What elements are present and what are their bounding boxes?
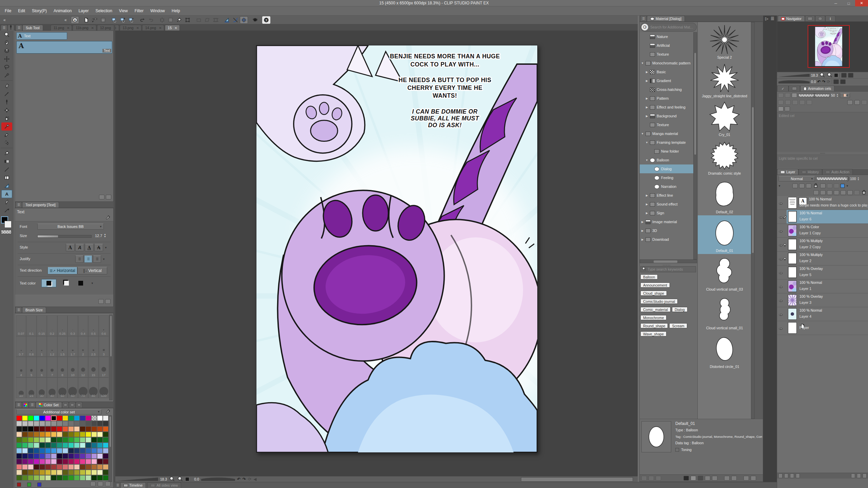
color-swatch[interactable] — [22, 415, 28, 421]
tab-information[interactable]: i — [825, 16, 835, 21]
close-tab-icon[interactable]: ✕ — [159, 26, 161, 30]
toggle-edited-cel-icon[interactable] — [778, 106, 784, 111]
tree-expander-icon[interactable]: ▶ — [645, 106, 648, 109]
layer-panel-opt2-icon[interactable] — [784, 473, 788, 478]
brush-size-2.5[interactable]: 2.5 — [88, 336, 98, 357]
color-swatch[interactable] — [80, 453, 85, 459]
brush-size-100[interactable]: 100 — [99, 377, 109, 398]
tool-fill[interactable] — [1, 149, 12, 157]
tag-announcement[interactable]: Announcement — [640, 282, 670, 288]
color-swatch[interactable] — [103, 421, 109, 426]
delete-layer-icon[interactable] — [861, 189, 867, 196]
background-color-swatch[interactable] — [4, 221, 12, 228]
tag-dialog[interactable]: Dialog — [672, 307, 688, 312]
brush-size-1[interactable]: 1 — [37, 336, 47, 357]
tool-eyedropper[interactable] — [1, 90, 12, 98]
color-swatch[interactable] — [103, 464, 109, 470]
color-swatch[interactable] — [97, 437, 103, 443]
color-swatch[interactable] — [103, 453, 109, 459]
layer-panel-opt6-icon[interactable] — [857, 473, 861, 478]
color-swatch[interactable] — [57, 475, 62, 481]
tab-sub-view[interactable] — [805, 16, 815, 21]
color-swatch[interactable] — [34, 453, 39, 459]
rotation-slider[interactable] — [201, 477, 235, 481]
style-more-arrow[interactable]: ▼ — [104, 246, 107, 249]
brush-size-8[interactable]: 8 — [57, 357, 67, 377]
brush-size-7[interactable]: 7 — [47, 357, 57, 377]
color-swatch[interactable] — [103, 475, 109, 481]
status-message-field[interactable] — [521, 477, 633, 482]
nav-rotate-cw-icon[interactable]: ↷ — [822, 79, 826, 84]
color-swatch[interactable] — [51, 426, 57, 432]
tree-item-sound-effect[interactable]: ▶Sound effect — [640, 200, 693, 209]
nav-flip-view-icon[interactable] — [833, 79, 839, 84]
canvas-viewport[interactable]: BENJIE NEEDS MORE THAN A HUGECOCK TO PLA… — [115, 31, 638, 476]
color-swatch[interactable] — [68, 459, 74, 464]
layer-visibility-icon[interactable] — [778, 313, 783, 318]
tree-item-sign[interactable]: ▶Sign — [640, 209, 693, 217]
brush-size-70[interactable]: 70 — [78, 377, 88, 398]
color-swatch[interactable] — [91, 453, 97, 459]
new-vector-layer-icon[interactable] — [820, 190, 826, 195]
fill-tool-button[interactable] — [175, 16, 183, 24]
color-swatch[interactable] — [57, 432, 62, 437]
delete-material-folder-icon[interactable] — [656, 476, 661, 481]
color-swatch[interactable] — [45, 475, 51, 481]
tool-text[interactable]: A — [1, 190, 12, 198]
color-swatch[interactable] — [68, 421, 74, 426]
color-swatch[interactable] — [68, 415, 74, 421]
menu-selection[interactable]: Selection — [92, 6, 115, 15]
color-swatch[interactable] — [62, 464, 68, 470]
tree-item-effect-line[interactable]: ▶Effect line — [640, 191, 693, 200]
color-swatch[interactable] — [28, 426, 34, 432]
help-button[interactable]: ? — [262, 16, 270, 24]
color-swatch[interactable] — [51, 421, 57, 426]
tool-move[interactable] — [1, 39, 12, 47]
reset-rotation-icon[interactable]: ⟳ — [248, 477, 251, 482]
justify-right-button[interactable]: ☰ — [93, 255, 101, 263]
material-item-jaggy-straight-line-distroted[interactable]: Jaggy_straight line_distroted — [698, 61, 751, 99]
layer-panel-opt4-icon[interactable] — [796, 473, 800, 478]
toning-checkbox[interactable] — [675, 448, 679, 452]
color-swatch[interactable] — [91, 448, 97, 453]
color-swatch[interactable] — [97, 421, 103, 426]
color-swatch[interactable] — [16, 459, 22, 464]
tab-onion-skin[interactable] — [789, 85, 800, 91]
color-swatch[interactable] — [16, 470, 22, 475]
mesh-transform-button[interactable] — [184, 16, 192, 24]
layer-row-layer-3[interactable]: 100 % OverlayLayer 3 — [777, 293, 868, 307]
color-swatch[interactable] — [39, 443, 45, 448]
enable-light-table-icon[interactable] — [792, 93, 797, 98]
tool-eraser[interactable] — [1, 82, 12, 90]
material-tree-hscrollbar[interactable] — [640, 259, 697, 263]
tree-expander-icon[interactable]: ▶ — [641, 238, 644, 241]
brush-size-0.2[interactable]: 0.2 — [47, 315, 57, 336]
direction-vertical-button[interactable]: ║↓Vertical — [77, 267, 107, 274]
color-swatch[interactable] — [45, 459, 51, 464]
material-menu-tab[interactable]: ☰ — [640, 16, 647, 21]
color-swatch[interactable] — [22, 459, 28, 464]
color-swatch[interactable] — [97, 453, 103, 459]
layer-row-layer-4[interactable]: 100 % NormalLayer 4 — [777, 307, 868, 321]
navigator-preview[interactable]: BENJIE NEEDS MORE THAN A HUGECOCK TO PLA… — [777, 22, 868, 72]
tool-airbrush[interactable] — [1, 114, 12, 122]
color-swatch[interactable] — [39, 470, 45, 475]
tool-correct-line[interactable] — [1, 206, 12, 214]
color-swatch[interactable] — [85, 448, 91, 453]
tree-item-new-folder[interactable]: New folder — [640, 147, 693, 156]
color-swatch[interactable] — [68, 453, 74, 459]
sub-tool-item-text[interactable]: A Text — [16, 41, 112, 54]
color-swatch[interactable] — [16, 437, 22, 443]
color-swatch[interactable] — [34, 475, 39, 481]
scale-button[interactable] — [195, 16, 203, 24]
tab-layer[interactable]: Layer — [777, 169, 798, 175]
document-tab-11.png[interactable]: 11.png✕ — [51, 25, 72, 31]
color-swatch[interactable] — [28, 459, 34, 464]
color-swatch[interactable] — [45, 426, 51, 432]
tree-expander-icon[interactable]: ▶ — [645, 203, 648, 206]
color-swatch[interactable] — [45, 470, 51, 475]
tree-item-cross-hatching[interactable]: Cross-hatching — [640, 85, 693, 94]
tree-item-framing-template[interactable]: ▼Framing template — [640, 138, 693, 147]
color-swatch[interactable] — [39, 453, 45, 459]
material-item-special-2[interactable]: Special 2 — [698, 22, 751, 61]
